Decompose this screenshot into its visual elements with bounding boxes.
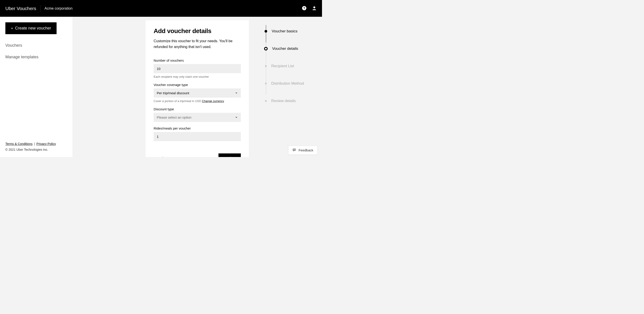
page-title: Add voucher details xyxy=(154,27,241,35)
number-of-vouchers-hint: Each recipient may only claim one vouche… xyxy=(154,75,241,78)
step-voucher-basics[interactable]: Voucher basics xyxy=(264,22,309,40)
discount-type-label: Discount type xyxy=(154,107,241,111)
footer-separator: | xyxy=(34,142,35,146)
header-left: Uber Vouchers Acme corporation xyxy=(5,5,72,12)
step-connector xyxy=(266,25,266,42)
sidebar-footer: Terms & Conditions | Privacy Policy © 20… xyxy=(5,142,67,152)
sidebar-item-vouchers[interactable]: Vouchers xyxy=(5,43,67,48)
chevron-down-icon xyxy=(235,116,238,119)
step-label: Review details xyxy=(271,99,296,103)
back-button[interactable]: < Back xyxy=(154,156,164,157)
rides-per-voucher-field: Rides/meals per voucher xyxy=(154,126,241,141)
step-label: Distribution Method xyxy=(271,81,304,86)
step-marker-completed xyxy=(264,30,267,33)
step-review-details[interactable]: Review details xyxy=(264,92,309,110)
number-of-vouchers-label: Number of vouchers xyxy=(154,58,241,62)
number-of-vouchers-field: Number of vouchers Each recipient may on… xyxy=(154,58,241,78)
discount-type-placeholder: Please select an option xyxy=(157,116,192,119)
app-header: Uber Vouchers Acme corporation ? xyxy=(0,0,322,17)
step-label: Voucher details xyxy=(272,46,298,51)
form-actions: < Back Continue xyxy=(154,154,241,157)
privacy-link[interactable]: Privacy Policy xyxy=(36,142,56,146)
step-voucher-details[interactable]: Voucher details xyxy=(264,40,309,57)
coverage-type-select[interactable]: Per trip/meal discount xyxy=(154,88,241,98)
logo-product-text: Vouchers xyxy=(17,6,36,11)
coverage-type-hint: Cover a portion of a trip/meal in USD Ch… xyxy=(154,99,241,103)
organization-name: Acme corporation xyxy=(44,6,72,10)
step-label: Recipient List xyxy=(271,64,294,68)
voucher-details-form: Add voucher details Customize this vouch… xyxy=(146,20,249,157)
sidebar-nav: Vouchers Manage templates xyxy=(5,43,67,59)
copyright-text: © 2021 Uber Technologies Inc. xyxy=(5,148,67,152)
chevron-down-icon xyxy=(235,91,238,95)
step-marker-current xyxy=(264,47,268,50)
header-right: ? xyxy=(302,6,317,11)
coverage-type-label: Voucher coverage type xyxy=(154,83,241,87)
header-divider xyxy=(40,5,40,12)
terms-link[interactable]: Terms & Conditions xyxy=(5,142,32,146)
step-connector xyxy=(266,42,266,60)
coverage-type-field: Voucher coverage type Per trip/meal disc… xyxy=(154,83,241,103)
chat-icon xyxy=(292,148,296,152)
svg-rect-3 xyxy=(293,149,296,151)
change-currency-link[interactable]: Change currency xyxy=(202,99,224,103)
step-marker-upcoming xyxy=(265,100,267,102)
step-label: Voucher basics xyxy=(272,29,298,33)
rides-per-voucher-label: Rides/meals per voucher xyxy=(154,126,241,130)
step-recipient-list[interactable]: Recipient List xyxy=(264,57,309,75)
page-subtitle: Customize this voucher to fit your needs… xyxy=(154,38,241,50)
coverage-hint-prefix: Cover a portion of a trip/meal in USD xyxy=(154,99,201,103)
stepper: Voucher basics Voucher details Recipient… xyxy=(264,22,309,110)
discount-type-field: Discount type Please select an option xyxy=(154,107,241,122)
sidebar: + Create new voucher Vouchers Manage tem… xyxy=(0,17,72,157)
sidebar-item-manage-templates[interactable]: Manage templates xyxy=(5,55,67,59)
number-of-vouchers-input[interactable] xyxy=(154,64,241,73)
step-connector xyxy=(266,77,266,95)
feedback-label: Feedback xyxy=(298,148,313,152)
continue-button[interactable]: Continue xyxy=(218,154,241,157)
main-content: Add voucher details Customize this vouch… xyxy=(72,17,322,157)
feedback-button[interactable]: Feedback xyxy=(288,146,318,155)
step-connector xyxy=(266,60,266,77)
profile-icon[interactable] xyxy=(312,6,317,11)
create-voucher-label: Create new voucher xyxy=(15,26,51,31)
discount-type-select[interactable]: Please select an option xyxy=(154,113,241,122)
coverage-type-value: Per trip/meal discount xyxy=(157,91,189,95)
svg-point-2 xyxy=(313,6,315,8)
logo[interactable]: Uber Vouchers xyxy=(5,6,36,11)
step-marker-upcoming xyxy=(265,83,267,84)
create-voucher-button[interactable]: + Create new voucher xyxy=(5,22,56,34)
plus-icon: + xyxy=(11,26,13,30)
step-marker-upcoming xyxy=(265,65,267,67)
rides-per-voucher-input[interactable] xyxy=(154,132,241,141)
logo-brand-text: Uber xyxy=(5,6,16,11)
step-distribution-method[interactable]: Distribution Method xyxy=(264,75,309,92)
svg-text:?: ? xyxy=(303,6,305,10)
help-icon[interactable]: ? xyxy=(302,6,306,11)
